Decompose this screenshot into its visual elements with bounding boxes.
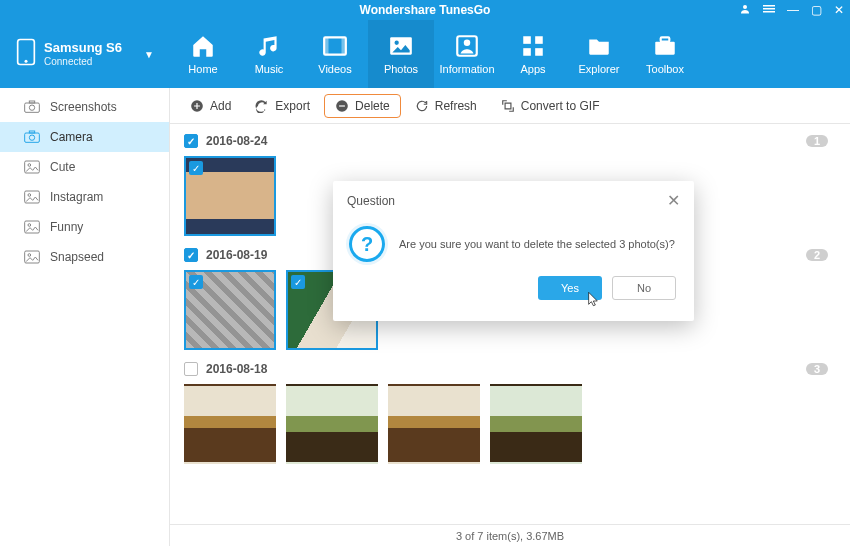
dialog-body: ? Are you sure you want to delete the se…: [333, 220, 694, 262]
sidebar: Screenshots Camera Cute Instagram Funny …: [0, 88, 170, 546]
nav-home[interactable]: Home: [170, 20, 236, 88]
convert-gif-button[interactable]: Convert to GIF: [491, 95, 610, 117]
photo-thumbnail[interactable]: ✓: [184, 270, 276, 350]
photo-thumbnail[interactable]: [490, 384, 582, 464]
group-checkbox[interactable]: [184, 248, 198, 262]
sidebar-item-label: Screenshots: [50, 100, 117, 114]
sidebar-item-cute[interactable]: Cute: [0, 152, 169, 182]
svg-rect-16: [535, 48, 543, 56]
main-nav: Home Music Videos Photos Information App…: [170, 20, 698, 88]
sidebar-item-label: Instagram: [50, 190, 103, 204]
sidebar-item-label: Funny: [50, 220, 83, 234]
statusbar: 3 of 7 item(s), 3.67MB: [170, 524, 850, 546]
nav-label: Home: [188, 63, 217, 75]
nav-apps[interactable]: Apps: [500, 20, 566, 88]
svg-point-32: [28, 254, 31, 257]
svg-rect-19: [25, 103, 40, 112]
svg-rect-1: [763, 5, 775, 7]
sidebar-item-funny[interactable]: Funny: [0, 212, 169, 242]
group-date: 2016-08-18: [206, 362, 267, 376]
svg-rect-23: [29, 131, 34, 133]
header: Samsung S6 Connected ▼ Home Music Videos…: [0, 20, 850, 88]
refresh-button[interactable]: Refresh: [405, 95, 487, 117]
group-count-badge: 2: [806, 249, 828, 261]
dialog-close-button[interactable]: ✕: [667, 191, 680, 210]
check-icon: ✓: [291, 275, 305, 289]
sidebar-item-snapseed[interactable]: Snapseed: [0, 242, 169, 272]
dialog-message: Are you sure you want to delete the sele…: [399, 238, 675, 250]
close-button[interactable]: ✕: [834, 3, 844, 17]
photo-thumbnail[interactable]: [184, 384, 276, 464]
group-checkbox[interactable]: [184, 134, 198, 148]
sidebar-item-label: Camera: [50, 130, 93, 144]
device-name: Samsung S6: [44, 40, 122, 56]
svg-point-30: [28, 224, 31, 227]
nav-music[interactable]: Music: [236, 20, 302, 88]
group-header[interactable]: 2016-08-241: [184, 130, 836, 152]
delete-label: Delete: [355, 99, 390, 113]
app-title: Wondershare TunesGo: [360, 3, 491, 17]
nav-videos[interactable]: Videos: [302, 20, 368, 88]
svg-rect-13: [523, 36, 531, 44]
question-icon: ?: [349, 226, 385, 262]
svg-point-12: [464, 40, 471, 47]
dialog-header: Question ✕: [333, 181, 694, 220]
dialog-actions: Yes No: [333, 262, 694, 300]
sidebar-item-camera[interactable]: Camera: [0, 122, 169, 152]
group-count-badge: 1: [806, 135, 828, 147]
group-header[interactable]: 2016-08-183: [184, 358, 836, 380]
phone-icon: [16, 38, 36, 70]
export-button[interactable]: Export: [245, 95, 320, 117]
nav-photos[interactable]: Photos: [368, 20, 434, 88]
nav-label: Music: [255, 63, 284, 75]
svg-rect-15: [523, 48, 531, 56]
menu-icon[interactable]: [763, 3, 775, 18]
svg-rect-3: [763, 11, 775, 13]
device-status: Connected: [44, 56, 122, 68]
sidebar-item-label: Snapseed: [50, 250, 104, 264]
svg-rect-35: [339, 105, 345, 106]
chevron-down-icon: ▼: [144, 49, 154, 60]
gif-label: Convert to GIF: [521, 99, 600, 113]
sidebar-item-screenshots[interactable]: Screenshots: [0, 92, 169, 122]
add-label: Add: [210, 99, 231, 113]
delete-button[interactable]: Delete: [324, 94, 401, 118]
sidebar-item-instagram[interactable]: Instagram: [0, 182, 169, 212]
svg-point-21: [29, 105, 34, 110]
photo-thumbnail[interactable]: ✓: [184, 156, 276, 236]
nav-label: Photos: [384, 63, 418, 75]
photo-group: 2016-08-183: [184, 358, 836, 464]
device-selector[interactable]: Samsung S6 Connected ▼: [0, 20, 170, 88]
export-label: Export: [275, 99, 310, 113]
svg-rect-18: [661, 37, 670, 41]
add-button[interactable]: Add: [180, 95, 241, 117]
window-controls: — ▢ ✕: [739, 3, 844, 18]
minimize-button[interactable]: —: [787, 3, 799, 17]
confirm-dialog: Question ✕ ? Are you sure you want to de…: [333, 181, 694, 321]
sidebar-item-label: Cute: [50, 160, 75, 174]
refresh-label: Refresh: [435, 99, 477, 113]
nav-toolbox[interactable]: Toolbox: [632, 20, 698, 88]
user-icon[interactable]: [739, 3, 751, 18]
svg-rect-17: [655, 42, 675, 55]
check-icon: ✓: [189, 275, 203, 289]
yes-button[interactable]: Yes: [538, 276, 602, 300]
group-count-badge: 3: [806, 363, 828, 375]
svg-point-0: [743, 5, 747, 9]
no-button[interactable]: No: [612, 276, 676, 300]
svg-rect-20: [29, 101, 34, 103]
nav-label: Information: [439, 63, 494, 75]
nav-explorer[interactable]: Explorer: [566, 20, 632, 88]
device-text: Samsung S6 Connected: [44, 40, 122, 68]
svg-rect-22: [25, 133, 40, 142]
nav-label: Videos: [318, 63, 351, 75]
check-icon: ✓: [189, 161, 203, 175]
photo-thumbnail[interactable]: [388, 384, 480, 464]
group-date: 2016-08-19: [206, 248, 267, 262]
nav-label: Toolbox: [646, 63, 684, 75]
maximize-button[interactable]: ▢: [811, 3, 822, 17]
svg-point-24: [29, 135, 34, 140]
group-checkbox[interactable]: [184, 362, 198, 376]
photo-thumbnail[interactable]: [286, 384, 378, 464]
nav-information[interactable]: Information: [434, 20, 500, 88]
